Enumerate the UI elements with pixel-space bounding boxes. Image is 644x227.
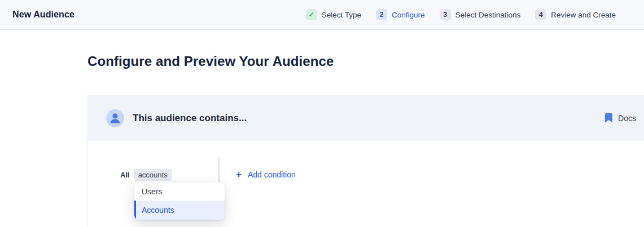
step-label: Configure [392, 11, 425, 19]
check-icon: ✓ [306, 9, 317, 20]
dropdown-item-label: Users [142, 187, 163, 196]
audience-scope-row: All accounts [120, 169, 172, 181]
selected-indicator [134, 201, 136, 220]
add-condition-label: Add condition [248, 170, 296, 179]
step-select-type[interactable]: ✓ Select Type [306, 9, 361, 20]
all-label: All [120, 171, 130, 179]
dropdown-item-users[interactable]: Users [134, 183, 225, 201]
step-review-and-create[interactable]: 4 Review and Create [535, 9, 616, 20]
entity-type-dropdown-trigger[interactable]: accounts [134, 169, 172, 181]
step-label: Review and Create [551, 11, 616, 19]
condition-builder: All accounts + Add condition Users Accou… [88, 141, 644, 227]
plus-icon: + [236, 170, 242, 179]
dropdown-item-label: Accounts [142, 206, 174, 215]
step-number-badge: 4 [535, 9, 546, 20]
bookmark-icon [605, 113, 612, 123]
docs-link[interactable]: Docs [605, 113, 638, 123]
dropdown-item-accounts[interactable]: Accounts [134, 201, 225, 220]
step-configure[interactable]: 2 Configure [376, 9, 425, 20]
audience-card-title: This audience contains... [133, 113, 247, 124]
person-icon [106, 109, 124, 127]
step-label: Select Destinations [455, 11, 521, 19]
step-select-destinations[interactable]: 3 Select Destinations [440, 9, 521, 20]
page-heading: Configure and Preview Your Audience [87, 54, 334, 69]
top-bar: New Audience ✓ Select Type 2 Configure 3… [0, 0, 644, 30]
step-number-badge: 3 [440, 9, 451, 20]
docs-label: Docs [618, 114, 636, 123]
add-condition-button[interactable]: + Add condition [236, 170, 296, 179]
audience-card-header: This audience contains... Docs [88, 95, 644, 141]
step-number-badge: 2 [376, 9, 387, 20]
step-label: Select Type [322, 11, 361, 19]
page-title: New Audience [12, 10, 75, 20]
wizard-stepper: ✓ Select Type 2 Configure 3 Select Desti… [306, 9, 616, 20]
condition-connector-line [218, 158, 220, 183]
entity-type-dropdown-menu: Users Accounts [134, 183, 225, 220]
audience-card: This audience contains... Docs All accou… [87, 95, 644, 227]
